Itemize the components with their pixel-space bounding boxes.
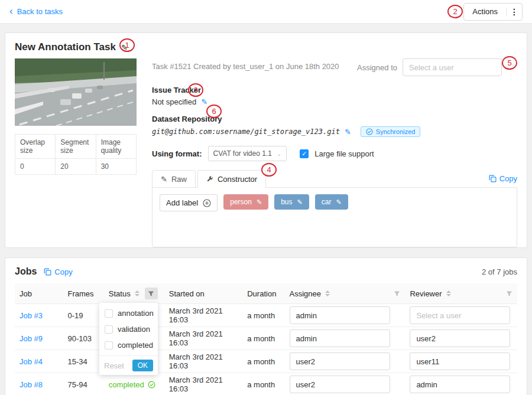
label-chip-person[interactable]: person ✎: [223, 194, 268, 210]
large-file-checkbox[interactable]: ✓: [300, 149, 309, 158]
format-select[interactable]: CVAT for video 1.1 ⌄: [208, 146, 287, 161]
assignee-input[interactable]: [290, 352, 390, 370]
status-text: completed: [109, 380, 144, 389]
jobs-count: 2 of 7 jobs: [482, 267, 517, 276]
back-to-tasks-link[interactable]: ‹ Back to tasks: [9, 7, 63, 16]
column-header-duration: Duration: [242, 283, 284, 304]
label-chip-car[interactable]: car ✎: [315, 194, 348, 210]
started-cell: March 3rd 2021 16:03: [164, 304, 242, 327]
assignee-input[interactable]: [290, 329, 390, 347]
issue-tracker-label: Issue Tracker: [152, 86, 517, 94]
back-to-tasks-label: Back to tasks: [17, 7, 63, 16]
edit-label-icon[interactable]: ✎: [257, 199, 262, 205]
tab-raw[interactable]: ✎ Raw: [152, 170, 196, 188]
jobs-copy-label: Copy: [54, 267, 72, 276]
job-link[interactable]: Job #9: [20, 334, 43, 343]
frames-cell: 15-34: [63, 350, 104, 373]
filter-reset-button[interactable]: Reset: [104, 361, 124, 370]
assignee-input[interactable]: [290, 306, 390, 324]
jobs-title: Jobs: [15, 266, 37, 277]
add-label-button[interactable]: Add label: [160, 194, 218, 211]
using-format-label: Using format:: [152, 149, 202, 158]
check-circle-icon: [148, 381, 155, 389]
column-header-reviewer: Reviewer: [405, 283, 517, 304]
assigned-to-input[interactable]: [403, 58, 502, 76]
param-value: 0: [15, 159, 56, 175]
reviewer-filter-icon[interactable]: [506, 290, 512, 297]
edit-title-icon[interactable]: ✎: [121, 44, 128, 51]
reviewer-input[interactable]: [410, 306, 510, 324]
jobs-copy-button[interactable]: Copy: [44, 267, 72, 276]
task-parameters-table: Overlap size Segment size Image quality …: [15, 134, 137, 175]
format-select-value: CVAT for video 1.1: [213, 149, 272, 158]
reviewer-input[interactable]: [410, 329, 510, 347]
status-filter-icon[interactable]: [145, 288, 158, 299]
frames-cell: 75-94: [63, 373, 104, 395]
labels-constructor-panel: Add label person ✎ bus ✎ car ✎: [152, 187, 517, 247]
status-cell: completed: [104, 373, 164, 395]
duration-cell: a month: [242, 327, 284, 350]
kebab-menu-icon[interactable]: ⋮: [507, 7, 522, 17]
reviewer-input[interactable]: [410, 376, 510, 393]
filter-option-completed[interactable]: completed: [99, 337, 158, 353]
tab-raw-label: Raw: [171, 175, 187, 184]
dataset-repository-label: Dataset Repository: [152, 115, 517, 123]
chevron-down-icon: ⌄: [277, 151, 281, 157]
column-header-started: Started on: [164, 283, 242, 304]
assignee-input[interactable]: [290, 376, 390, 393]
status-header-label: Status: [109, 289, 131, 298]
column-header-assignee: Assignee: [285, 283, 406, 304]
tab-constructor[interactable]: Constructor: [197, 170, 266, 188]
labels-copy-button[interactable]: Copy: [489, 174, 517, 183]
sync-badge-label: Synchronized: [376, 128, 416, 135]
started-cell: March 3rd 2021 16:03: [164, 350, 242, 373]
add-label-text: Add label: [166, 198, 198, 207]
frames-cell: 0-19: [63, 304, 104, 327]
sync-status-badge: Synchronized: [361, 126, 421, 137]
job-link[interactable]: Job #3: [20, 311, 43, 320]
started-cell: March 3rd 2021 16:03: [164, 373, 242, 395]
duration-cell: a month: [242, 304, 284, 327]
reviewer-input[interactable]: [410, 352, 510, 370]
reviewer-header-label: Reviewer: [410, 289, 442, 298]
job-link[interactable]: Job #4: [20, 357, 43, 366]
sort-icon[interactable]: [325, 290, 330, 296]
param-header: Image quality: [96, 135, 136, 159]
task-meta-text: Task #1521 Created by test_user_1 on Jun…: [152, 58, 339, 71]
edit-label-icon[interactable]: ✎: [336, 199, 341, 205]
edit-repository-icon[interactable]: ✎: [345, 128, 351, 136]
label-chip-bus[interactable]: bus ✎: [274, 194, 309, 210]
sort-icon[interactable]: [135, 290, 140, 296]
task-title: New Annotation Task: [15, 41, 116, 53]
actions-button-label: Actions: [464, 7, 506, 16]
table-row: Job #8 75-94 completed March 3rd 2021 16…: [15, 373, 517, 395]
table-row: Job #9 90-103 March 3rd 2021 16:03 a mon…: [15, 327, 517, 350]
label-chip-text: person: [230, 198, 252, 206]
filter-option-annotation[interactable]: annotation: [99, 305, 158, 321]
duration-cell: a month: [242, 350, 284, 373]
edit-issue-tracker-icon[interactable]: ✎: [201, 98, 207, 106]
large-file-label: Large file support: [314, 149, 374, 158]
column-header-status: Status: [104, 283, 164, 304]
status-filter-dropdown: annotation validation completed Reset OK: [99, 303, 158, 375]
top-bar: ‹ Back to tasks Actions ⋮: [0, 0, 532, 24]
assignee-header-label: Assignee: [290, 289, 321, 298]
filter-ok-button[interactable]: OK: [132, 360, 153, 371]
tab-constructor-label: Constructor: [218, 175, 257, 184]
assignee-filter-icon[interactable]: [394, 290, 400, 297]
checkbox-icon[interactable]: [105, 309, 113, 318]
duration-cell: a month: [242, 373, 284, 395]
actions-button[interactable]: Actions ⋮: [463, 3, 523, 21]
sort-icon[interactable]: [446, 290, 451, 296]
edit-label-icon[interactable]: ✎: [297, 199, 303, 205]
assigned-to-label: Assigned to: [357, 63, 397, 72]
param-value: 20: [56, 159, 96, 175]
labels-copy-label: Copy: [499, 174, 517, 183]
filter-option-label: completed: [118, 341, 153, 350]
checkbox-icon[interactable]: [105, 341, 113, 350]
checkbox-icon[interactable]: [105, 325, 113, 334]
table-row: Job #3 0-19 March 3rd 2021 16:03 a month: [15, 304, 517, 327]
job-link[interactable]: Job #8: [20, 380, 43, 389]
filter-option-validation[interactable]: validation: [99, 321, 158, 337]
filter-option-label: annotation: [118, 309, 154, 318]
